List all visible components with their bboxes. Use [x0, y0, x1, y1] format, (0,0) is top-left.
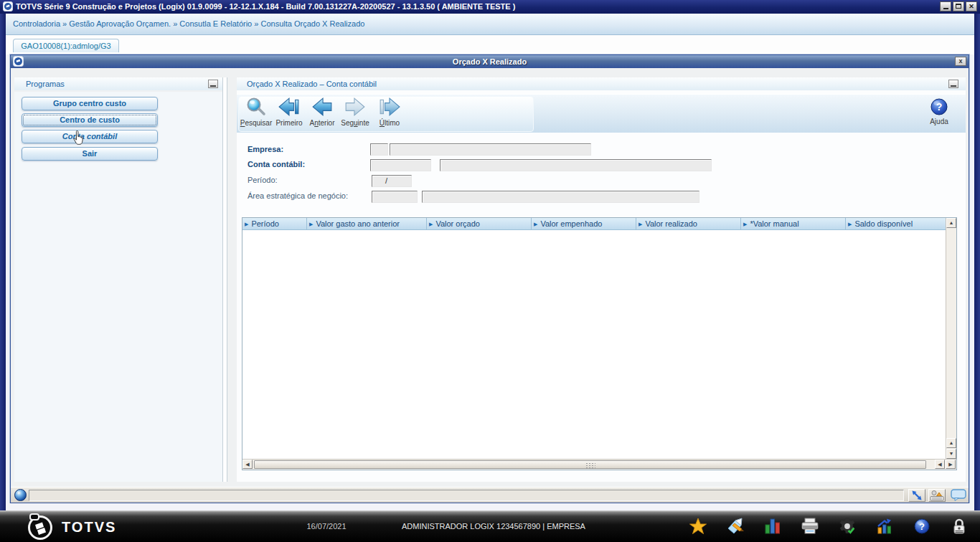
inner-window-titlebar: Orçado X Realizado x: [11, 55, 969, 68]
panel-splitter[interactable]: [222, 77, 227, 482]
primeiro-button[interactable]: Primeiro: [273, 96, 306, 132]
next-arrow-icon: [339, 97, 372, 118]
conta-contabil-code-input[interactable]: [370, 159, 431, 171]
area-estrategica-name-input[interactable]: [422, 191, 699, 203]
area-estrategica-code-input[interactable]: [372, 191, 418, 203]
left-arrow-icon: ◀: [245, 462, 249, 467]
empresa-label: Empresa:: [248, 145, 283, 156]
first-arrow-icon: [273, 97, 306, 118]
window-frame-left: [0, 14, 6, 510]
breadcrumb-bar: Controladoria » Gestão Aprovação Orçamen…: [6, 14, 974, 35]
sphere-icon: [14, 489, 27, 501]
scroll-left-button-right[interactable]: ◀: [935, 460, 945, 469]
maximize-icon: [956, 4, 961, 9]
anterior-button[interactable]: Anterior: [306, 96, 339, 132]
scroll-right-button[interactable]: ▶: [946, 460, 956, 469]
scroll-up-button[interactable]: ▲: [946, 218, 956, 228]
seguinte-label: Seguinte: [339, 119, 372, 127]
table-body[interactable]: [242, 230, 946, 459]
collapse-panel-icon[interactable]: [208, 80, 218, 88]
empresa-code-input[interactable]: [370, 143, 388, 156]
taskbar: TOTVS 16/07/2021 ADMINISTRADOR LOGIX 123…: [0, 510, 980, 542]
pesquisar-button[interactable]: Pesquisar: [240, 96, 273, 132]
ajuda-label: Ajuda: [923, 118, 956, 125]
column-arrow-icon: ▶: [245, 222, 248, 227]
star-icon[interactable]: [689, 517, 707, 536]
column-arrow-icon: ▶: [429, 222, 433, 227]
periodo-input[interactable]: /: [372, 175, 412, 187]
empresa-name-input[interactable]: [390, 143, 591, 156]
minimize-button[interactable]: [940, 1, 951, 11]
thumb-grip-icon: [585, 462, 595, 468]
breadcrumb: Controladoria » Gestão Aprovação Orçamen…: [13, 19, 364, 28]
bar-chart-icon[interactable]: [763, 517, 782, 536]
close-icon: ✕: [969, 3, 974, 10]
printer-icon[interactable]: [801, 517, 819, 536]
column-arrow-icon: ▶: [848, 222, 852, 227]
periodo-label: Período:: [248, 176, 278, 186]
inner-close-button[interactable]: x: [955, 57, 966, 66]
collapse-content-icon[interactable]: [948, 80, 958, 88]
close-button[interactable]: ✕: [966, 1, 977, 11]
screen: TOTVS Série 9 Construção e Projetos (Log…: [0, 0, 980, 542]
scroll-down-button[interactable]: ▼: [946, 449, 956, 459]
ajuda-button[interactable]: ? Ajuda: [923, 96, 956, 132]
up-arrow-icon: ▲: [949, 440, 954, 445]
lock-icon[interactable]: [950, 517, 969, 536]
gear-icon[interactable]: [838, 517, 857, 536]
help-question-icon: ?: [923, 96, 956, 116]
tab-strip: GAO10008(1):admlog/G3: [6, 35, 974, 54]
column-header-valor-gasto-ano-anterior[interactable]: ▶Valor gasto ano anterior: [307, 218, 427, 230]
chat-bubble-button[interactable]: [950, 489, 967, 502]
sair-button[interactable]: Sair: [22, 147, 158, 161]
column-header-valor-realizado[interactable]: ▶Valor realizado: [636, 218, 741, 230]
maximize-button[interactable]: [953, 1, 964, 11]
scroll-up-button-bottom[interactable]: ▲: [946, 438, 956, 448]
magnifier-icon: [240, 97, 273, 118]
resize-button[interactable]: [908, 489, 925, 502]
column-header-valor-orcado[interactable]: ▶Valor orçado: [427, 218, 532, 230]
conta-contabil-button[interactable]: Conta contábil: [22, 130, 158, 143]
column-arrow-icon: ▶: [743, 222, 747, 227]
taskbar-user: ADMINISTRADOR LOGIX 1234567890 | EMPRESA: [402, 522, 585, 531]
content-panel-title: Orçado X Realizado – Conta contábil: [247, 80, 377, 88]
seguinte-button[interactable]: Seguinte: [339, 96, 372, 132]
resize-arrow-icon: [911, 490, 923, 500]
column-header-periodo[interactable]: ▶Período: [242, 218, 307, 230]
inner-window: Orçado X Realizado x Programas Grupo cen…: [10, 54, 969, 503]
last-arrow-icon: [373, 97, 406, 118]
minimize-icon: [943, 8, 948, 9]
grupo-centro-custo-button[interactable]: Grupo centro custo: [22, 97, 158, 110]
ultimo-button[interactable]: Último: [373, 96, 406, 132]
tab-gao10008[interactable]: GAO10008(1):admlog/G3: [13, 39, 119, 52]
column-arrow-icon: ▶: [309, 222, 313, 227]
vertical-scrollbar[interactable]: ▲ ▲ ▼: [946, 218, 956, 459]
graph-arrow-icon[interactable]: [875, 517, 894, 536]
mouse-cursor-hand-icon: [72, 130, 85, 147]
svg-text:?: ?: [936, 101, 943, 113]
conta-contabil-name-input[interactable]: [440, 159, 712, 171]
column-arrow-icon: ▶: [534, 222, 537, 227]
down-arrow-icon: ▼: [949, 451, 954, 456]
conta-contabil-label: Conta contábil:: [248, 160, 305, 171]
centro-de-custo-button[interactable]: Centro de custo: [22, 113, 158, 127]
scroll-left-button[interactable]: ◀: [242, 460, 253, 469]
horizontal-scrollbar[interactable]: ◀ ◀ ▶: [242, 459, 956, 470]
column-header-valor-empenhado[interactable]: ▶Valor empenhado: [532, 218, 636, 230]
note-pencil-icon[interactable]: [726, 517, 745, 536]
window-titlebar: TOTVS Série 9 Construção e Projetos (Log…: [0, 0, 980, 14]
ultimo-label: Último: [373, 119, 406, 127]
horizontal-scroll-thumb[interactable]: [254, 460, 926, 469]
help-icon[interactable]: ?: [913, 517, 931, 536]
programs-panel: Grupo centro custo Centro de custo Conta…: [14, 92, 222, 482]
window-title: TOTVS Série 9 Construção e Projetos (Log…: [16, 0, 515, 14]
column-header-saldo-disponivel[interactable]: ▶Saldo disponível: [846, 218, 946, 230]
programs-panel-header: Programas: [14, 77, 222, 90]
primeiro-label: Primeiro: [273, 119, 306, 127]
previous-arrow-icon: [306, 97, 339, 118]
status-message-field: [29, 490, 904, 501]
programs-panel-title: Programas: [26, 80, 65, 88]
keyboard-button[interactable]: [928, 489, 946, 502]
totvs-logo-icon: [26, 513, 55, 542]
column-header-valor-manual[interactable]: ▶*Valor manual: [741, 218, 846, 230]
